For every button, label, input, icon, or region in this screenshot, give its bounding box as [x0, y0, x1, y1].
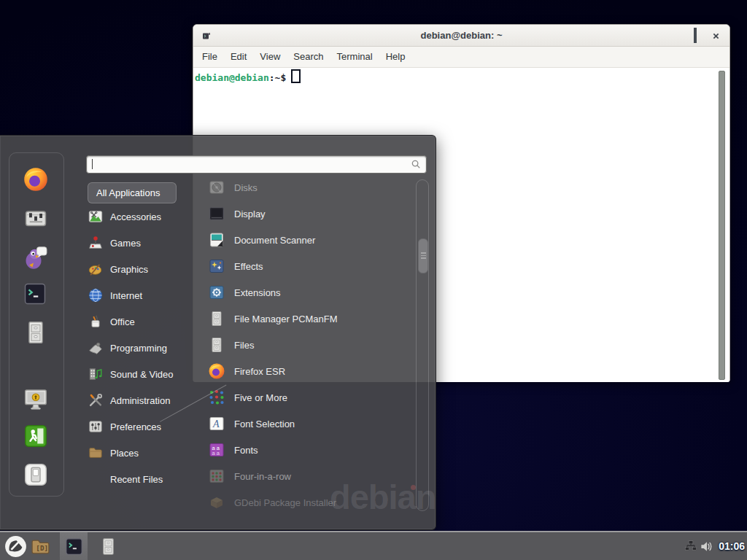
text-caret: [92, 159, 93, 169]
sound-video-icon: [88, 366, 104, 382]
places-folder-icon: [88, 445, 104, 461]
lock-screen-icon[interactable]: [23, 386, 49, 412]
app-list-scrollbar[interactable]: [416, 179, 429, 511]
audio-mixer-settings-icon[interactable]: [23, 205, 49, 231]
search-icon: [411, 159, 422, 170]
five-or-more-dots-icon: [208, 389, 225, 406]
accessories-icon: [88, 209, 104, 225]
graphics-icon: [88, 261, 104, 277]
category-administration[interactable]: Administration: [88, 387, 203, 413]
firefox-launcher-icon[interactable]: [23, 166, 49, 192]
shut-down-icon[interactable]: [23, 462, 49, 488]
prompt-path: :~$: [269, 72, 286, 83]
terminal-scrollbar[interactable]: [718, 69, 726, 380]
search-input[interactable]: [86, 155, 427, 174]
office-icon: [88, 314, 104, 330]
log-out-icon[interactable]: [23, 423, 49, 449]
maximize-button[interactable]: [694, 29, 697, 42]
fonts-icon: a aa a: [208, 441, 225, 459]
category-programming[interactable]: Programming: [88, 335, 203, 361]
app-item-extensions[interactable]: Extensions: [208, 279, 414, 306]
internet-globe-icon: [88, 287, 104, 303]
file-manager-folder-button[interactable]: [D]: [30, 536, 51, 560]
debian-watermark-dot: [411, 485, 416, 490]
category-games[interactable]: Games: [88, 230, 203, 256]
app-item-files[interactable]: Files: [208, 332, 414, 358]
preferences-sliders-icon: [88, 419, 104, 435]
category-places[interactable]: Places: [88, 440, 203, 466]
taskbar: [D] 01:06: [0, 531, 747, 560]
category-preferences[interactable]: Preferences: [88, 413, 203, 440]
svg-text:[D]: [D]: [36, 544, 48, 552]
app-item-file-manager-pcmanfm[interactable]: File Manager PCManFM: [208, 306, 414, 332]
volume-icon[interactable]: [700, 540, 713, 556]
app-item-fonts[interactable]: a aa a Fonts: [208, 437, 414, 463]
category-all-applications[interactable]: All Applications: [88, 182, 177, 203]
svg-text:a a: a a: [212, 450, 220, 456]
start-menu-button[interactable]: [4, 535, 27, 560]
terminal-launcher-icon[interactable]: [23, 281, 49, 308]
menu-edit[interactable]: Edit: [224, 47, 253, 67]
app-item-font-selection[interactable]: A Font Selection: [208, 411, 414, 437]
category-sound-video[interactable]: Sound & Video: [88, 361, 203, 387]
shell-prompt: debian@debian:~$: [195, 69, 301, 83]
administration-tools-icon: [88, 392, 104, 408]
search-field-wrap: [86, 155, 427, 174]
terminal-menubar: File Edit View Search Terminal Help: [193, 47, 729, 68]
application-menu: All Applications Accessories Games Graph…: [0, 135, 436, 530]
programming-icon: [88, 340, 104, 356]
terminal-cursor: [291, 69, 301, 83]
menu-view[interactable]: View: [253, 47, 287, 67]
window-title: debian@debian: ~: [193, 25, 729, 46]
menu-file[interactable]: File: [196, 47, 224, 67]
app-item-display[interactable]: Display: [208, 201, 414, 227]
pidgin-messenger-icon[interactable]: [23, 244, 49, 271]
clock[interactable]: 01:06: [719, 532, 745, 560]
menu-terminal[interactable]: Terminal: [330, 47, 379, 67]
menu-search[interactable]: Search: [287, 47, 330, 67]
app-item-effects[interactable]: Effects: [208, 253, 414, 279]
app-item-disks[interactable]: Disks: [208, 174, 414, 201]
app-item-five-or-more[interactable]: Five or More: [208, 384, 414, 411]
category-recent-files[interactable]: Recent Files: [88, 466, 225, 492]
file-cabinet-icon: [208, 310, 225, 327]
prompt-user: debian@debian: [195, 72, 269, 83]
file-cabinet-icon: [208, 336, 225, 354]
network-icon[interactable]: [684, 540, 697, 556]
extensions-gear-icon: [208, 284, 225, 301]
category-office[interactable]: Office: [88, 308, 203, 335]
effects-icon: [208, 257, 225, 275]
document-scanner-icon: [208, 231, 225, 249]
app-item-firefox-esr[interactable]: Firefox ESR: [208, 358, 414, 384]
category-graphics[interactable]: Graphics: [88, 256, 203, 282]
display-icon: [208, 205, 225, 222]
close-button[interactable]: [713, 29, 719, 42]
terminal-titlebar[interactable]: debian@debian: ~: [193, 25, 729, 47]
package-icon: [208, 494, 225, 511]
category-accessories[interactable]: Accessories: [88, 203, 203, 230]
file-cabinet-taskbar-button[interactable]: [98, 537, 118, 559]
games-icon: [88, 235, 104, 251]
app-item-document-scanner[interactable]: Document Scanner: [208, 227, 414, 253]
desktop: debian@debian: ~ File Edit View Search T…: [0, 0, 747, 560]
disks-icon: [208, 179, 225, 196]
debian-watermark: debian: [330, 477, 436, 517]
terminal-scrollbar-thumb[interactable]: [719, 71, 725, 380]
terminal-taskbar-button[interactable]: [60, 532, 88, 560]
app-list-scrollbar-thumb[interactable]: [418, 238, 428, 273]
svg-text:A: A: [212, 419, 220, 429]
firefox-icon: [208, 362, 225, 380]
category-internet[interactable]: Internet: [88, 282, 203, 308]
font-selection-icon: A: [208, 415, 225, 432]
four-in-a-row-icon: [208, 467, 225, 485]
menu-help[interactable]: Help: [379, 47, 412, 67]
file-manager-launcher-icon[interactable]: [23, 319, 49, 346]
